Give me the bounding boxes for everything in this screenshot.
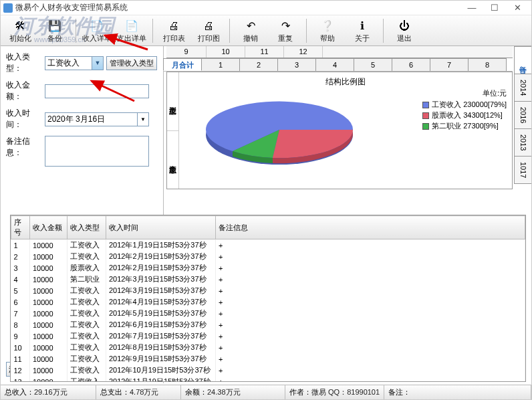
month-tab-6[interactable]: 6 — [392, 58, 430, 71]
chart-mode-type[interactable]: 按类型汇总 — [167, 72, 179, 130]
memo-textarea[interactable] — [45, 136, 149, 167]
col-memo[interactable]: 备注信息 — [216, 216, 525, 239]
legend-item: 股票收入 34300[12%] — [422, 110, 507, 120]
balance-value: 24.38万元 — [207, 387, 281, 397]
table-row[interactable]: 910000工资收入2012年7月19日15时53分37秒+ — [11, 330, 525, 342]
tab-month-total[interactable]: 月合计 — [163, 58, 202, 71]
printer-icon: 🖨 — [166, 19, 181, 33]
exit-button[interactable]: ⏻退出 — [388, 17, 421, 45]
table-row[interactable]: 810000工资收入2012年6月19日15时53分37秒+ — [11, 319, 525, 330]
income-time-label: 收入时间： — [6, 108, 45, 130]
total-expense-label: 总支出： — [100, 387, 130, 397]
manage-type-button[interactable]: 管理收入类型 — [106, 56, 157, 70]
list-out-icon: 📄 — [124, 19, 139, 33]
remark-label: 备注： — [388, 387, 410, 397]
month-tab-8[interactable]: 8 — [468, 58, 507, 71]
month-tab-3[interactable]: 3 — [277, 58, 316, 71]
legend-unit: 单位:元 — [422, 88, 507, 98]
init-button[interactable]: 🛠初始化 — [3, 17, 37, 45]
title-bar: 微易个人财务收支管理简易系统 — ☐ ✕ — [1, 1, 531, 15]
col-time[interactable]: 收入时间 — [106, 216, 216, 239]
print-table-button[interactable]: 🖨打印表 — [157, 17, 190, 45]
separator — [229, 19, 230, 43]
tab-year-total[interactable]: 年合计 — [514, 46, 531, 74]
income-time-value: 2020年 3月16日 — [47, 114, 105, 124]
separator — [76, 19, 76, 43]
col-no[interactable]: 序号 — [11, 216, 30, 239]
table-row[interactable]: 110000工资收入2012年1月19日15时53分37秒+ — [11, 239, 525, 252]
table-row[interactable]: 510000工资收入2012年3月19日15时53分37秒+ — [11, 285, 525, 296]
table-row[interactable]: 1210000工资收入2012年10月19日15时53分37秒+ — [11, 365, 525, 376]
backup-button[interactable]: 💾备份 — [38, 17, 72, 45]
month-tab-4[interactable]: 4 — [315, 58, 354, 71]
month-tab-12[interactable]: 12 — [284, 46, 323, 58]
author-value: 微易 QQ：81990101 — [311, 387, 380, 397]
chart-mode-amount[interactable]: 按金额汇总 — [167, 130, 179, 189]
chart-area: 按类型汇总 按金额汇总 结构比例图 单位:元 — [166, 72, 513, 189]
table-row[interactable]: 210000工资收入2012年2月19日15时53分37秒+ — [11, 251, 525, 262]
print-chart-button[interactable]: 🖨打印图 — [192, 17, 225, 45]
separator — [383, 19, 384, 43]
balance-label: 余额： — [185, 387, 207, 397]
col-type[interactable]: 收入类型 — [68, 216, 106, 239]
info-icon: ℹ — [355, 19, 370, 33]
month-tabs-top: 9 10 11 12 — [166, 46, 513, 58]
month-tabs-bottom: 月合计 1 2 3 4 5 6 7 8 — [164, 58, 513, 72]
month-tab-1[interactable]: 1 — [201, 58, 240, 71]
month-tab-7[interactable]: 7 — [430, 58, 469, 71]
wrench-icon: 🛠 — [13, 19, 27, 33]
exit-icon: ⏻ — [397, 19, 412, 33]
month-tab-11[interactable]: 11 — [245, 46, 284, 58]
income-type-label: 收入类型： — [6, 52, 45, 74]
about-button[interactable]: ℹ关于 — [346, 17, 379, 45]
table-row[interactable]: 410000第二职业2012年3月19日15时53分37秒+ — [11, 274, 525, 285]
save-icon: 💾 — [47, 19, 62, 33]
help-icon: ❔ — [320, 19, 335, 33]
month-tab-2[interactable]: 2 — [239, 58, 278, 71]
help-button[interactable]: ❔帮助 — [311, 17, 344, 45]
pie-chart — [199, 96, 360, 177]
table-row[interactable]: 710000工资收入2012年5月19日15时53分37秒+ — [11, 308, 525, 319]
income-detail-button[interactable]: 📄收入详单 — [80, 17, 114, 45]
income-type-select[interactable]: 工资收入 ▼ — [45, 56, 104, 70]
income-type-value: 工资收入 — [47, 58, 80, 68]
expense-detail-button[interactable]: 📄支出详单 — [115, 17, 148, 45]
main-toolbar: 🛠初始化 💾备份 📄收入详单 📄支出详单 🖨打印表 🖨打印图 ↶撤销 ↷重复 ❔… — [1, 15, 531, 46]
year-tab-1017[interactable]: 1017 — [514, 156, 531, 184]
table-row[interactable]: 310000股票收入2012年2月19日15时53分37秒+ — [11, 262, 525, 274]
year-tab-2013[interactable]: 2013 — [514, 128, 531, 157]
income-amount-input[interactable] — [45, 84, 149, 98]
month-tab-5[interactable]: 5 — [354, 58, 392, 71]
undo-button[interactable]: ↶撤销 — [234, 17, 267, 45]
col-amount[interactable]: 收入金额 — [30, 216, 68, 239]
minimize-button[interactable]: — — [460, 1, 483, 15]
year-tab-2016[interactable]: 2016 — [514, 101, 531, 129]
redo-icon: ↷ — [278, 19, 293, 33]
records-table[interactable]: 序号 收入金额 收入类型 收入时间 备注信息 110000工资收入2012年1月… — [10, 215, 526, 382]
income-time-picker[interactable]: 2020年 3月16日 ▼ — [45, 112, 149, 126]
income-amount-label: 收入金额： — [6, 80, 45, 102]
app-icon — [3, 3, 13, 13]
chart-legend: 单位:元 工资收入 230000[79%]股票收入 34300[12%]第二职业… — [422, 88, 507, 132]
total-income-value: 29.16万元 — [34, 387, 92, 397]
table-row[interactable]: 610000工资收入2012年4月19日15时53分37秒+ — [11, 296, 525, 308]
chevron-down-icon[interactable]: ▼ — [137, 113, 148, 126]
author-label: 作者： — [289, 387, 311, 397]
month-tab-9[interactable]: 9 — [166, 46, 207, 58]
separator — [306, 19, 307, 43]
chevron-down-icon[interactable]: ▼ — [92, 57, 103, 70]
printer-icon: 🖨 — [201, 19, 216, 33]
maximize-button[interactable]: ☐ — [483, 1, 506, 15]
close-button[interactable]: ✕ — [506, 1, 529, 15]
table-row[interactable]: 1010000工资收入2012年8月19日15时53分37秒+ — [11, 342, 525, 353]
memo-label: 备注信息： — [6, 136, 45, 159]
month-tab-10[interactable]: 10 — [207, 46, 245, 58]
separator — [152, 19, 153, 43]
table-row[interactable]: 1310000工资收入2012年11月19日15时53分37秒+ — [11, 376, 525, 382]
table-row[interactable]: 1110000工资收入2012年9月19日15时53分37秒+ — [11, 353, 525, 365]
list-in-icon: 📄 — [90, 19, 104, 33]
legend-item: 工资收入 230000[79%] — [422, 100, 507, 110]
redo-button[interactable]: ↷重复 — [269, 17, 302, 45]
year-tab-2014[interactable]: 2014 — [514, 74, 531, 102]
total-expense-value: 4.78万元 — [130, 387, 176, 397]
